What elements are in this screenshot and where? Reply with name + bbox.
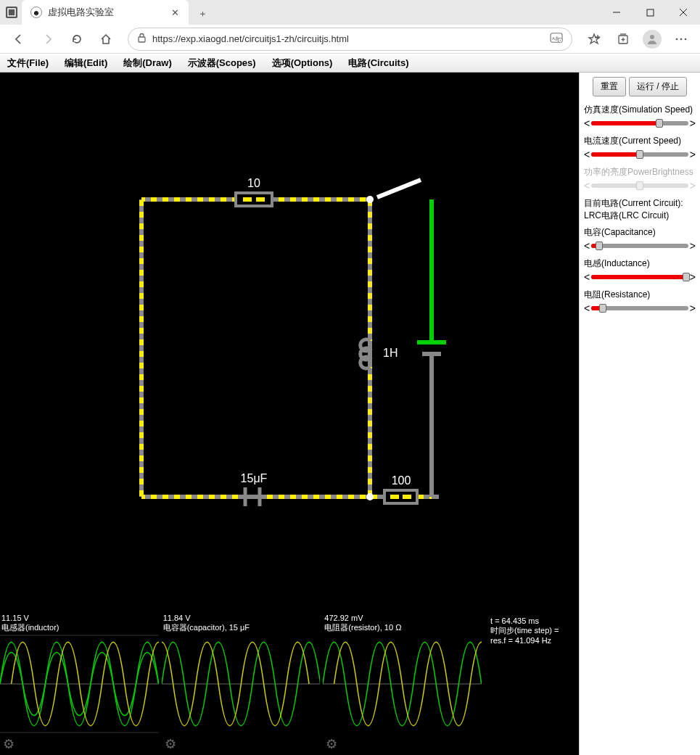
scope2-value: 11.84 V: [163, 614, 250, 622]
circuit-diagram: 10 1H 15μF 100: [0, 73, 579, 616]
sim-speed-label: 仿真速度(Simulation Speed): [584, 104, 696, 116]
browser-tab[interactable]: ☻ 虚拟电路实验室 ✕: [22, 0, 189, 25]
svg-rect-38: [256, 197, 265, 202]
scope-resistor[interactable]: 472.92 mV 电阻器(resistor), 10 Ω ⚙: [323, 614, 482, 755]
svg-point-18: [680, 38, 683, 40]
slider-left-arrow[interactable]: <: [584, 240, 590, 252]
svg-rect-41: [384, 490, 417, 503]
capacitor-label: 15μF: [241, 472, 268, 484]
slider-left-arrow[interactable]: <: [584, 271, 590, 283]
status-time: t = 64.435 ms: [490, 616, 579, 625]
scope1-value: 11.15 V: [1, 614, 59, 622]
scope-capacitor[interactable]: 11.84 V 电容器(capacitor), 15 μF ⚙: [162, 614, 321, 755]
tab-favicon-icon: ☻: [30, 7, 42, 18]
capacitance-slider[interactable]: [591, 244, 688, 248]
app-icon: [6, 7, 17, 18]
home-button[interactable]: [93, 28, 119, 51]
menu-edit[interactable]: 编辑(Edit): [65, 57, 107, 70]
slider-right-arrow[interactable]: >: [690, 271, 696, 283]
slider-left-arrow[interactable]: <: [584, 117, 590, 129]
current-circuit-value: LRC电路(LRC Circuit): [584, 210, 696, 222]
svg-rect-0: [8, 9, 15, 16]
collections-button[interactable]: [610, 28, 636, 51]
resistance-slider[interactable]: [591, 306, 688, 310]
scope2-label: 电容器(capacitor), 15 μF: [163, 622, 250, 633]
slider-right-arrow: >: [690, 180, 696, 191]
tab-title: 虚拟电路实验室: [48, 6, 164, 19]
inductance-label: 电感(Inductance): [584, 257, 696, 270]
current-speed-slider[interactable]: [591, 152, 688, 157]
inductance-slider[interactable]: [591, 275, 688, 279]
inductor-label: 1H: [383, 347, 398, 359]
slider-left-arrow[interactable]: <: [584, 149, 590, 160]
slider-left-arrow: <: [584, 180, 590, 191]
back-button[interactable]: [6, 28, 32, 51]
r1-label: 10: [247, 177, 260, 189]
scope-settings-icon[interactable]: ⚙: [165, 736, 176, 752]
scope3-label: 电阻器(resistor), 10 Ω: [324, 622, 401, 633]
circuit-canvas[interactable]: 10 1H 15μF 100: [0, 73, 579, 755]
close-tab-icon[interactable]: ✕: [170, 7, 180, 17]
sidebar: 重置 运行 / 停止 仿真速度(Simulation Speed) < > 电流…: [579, 73, 700, 755]
scope3-value: 472.92 mV: [324, 614, 401, 622]
reader-icon[interactable]: ᴀあ+: [550, 32, 563, 46]
slider-right-arrow[interactable]: >: [690, 117, 696, 129]
slider-right-arrow[interactable]: >: [690, 302, 696, 314]
slider-left-arrow[interactable]: <: [584, 302, 590, 314]
resistance-label: 电阻(Resistance): [584, 289, 696, 301]
new-tab-button[interactable]: ＋: [192, 3, 213, 25]
scope-inductor[interactable]: 11.15 V 电感器(inductor) ⚙: [0, 614, 159, 755]
power-brightness-label: 功率的亮度PowerBrightness: [584, 166, 696, 178]
r2-label: 100: [392, 474, 411, 487]
menu-circuits[interactable]: 电路(Circuits): [348, 57, 408, 70]
capacitance-label: 电容(Capacitance): [584, 226, 696, 239]
favorites-button[interactable]: [581, 28, 607, 51]
slider-right-arrow[interactable]: >: [690, 149, 696, 160]
more-button[interactable]: [668, 28, 694, 51]
current-speed-label: 电流速度(Current Speed): [584, 135, 696, 147]
menu-draw[interactable]: 绘制(Draw): [123, 57, 171, 70]
lock-icon: [137, 33, 147, 45]
svg-point-19: [685, 38, 687, 40]
slider-right-arrow[interactable]: >: [690, 240, 696, 252]
current-circuit-label: 目前电路(Current Circuit):: [584, 197, 696, 210]
svg-point-17: [676, 38, 678, 40]
svg-rect-43: [403, 495, 411, 499]
status-resf: res.f = 41.094 Hz: [490, 636, 579, 645]
window-maximize-button[interactable]: [633, 1, 667, 23]
svg-rect-5: [139, 37, 145, 42]
svg-rect-42: [390, 495, 399, 499]
address-bar[interactable]: https://exp.xiaogd.net/circuitjs1-zh/cir…: [128, 28, 572, 51]
forward-button[interactable]: [35, 28, 61, 51]
svg-point-44: [366, 196, 374, 203]
menu-scopes[interactable]: 示波器(Scopes): [188, 57, 256, 70]
menu-file[interactable]: 文件(File): [7, 57, 49, 70]
menubar: 文件(File) 编辑(Edit) 绘制(Draw) 示波器(Scopes) 选…: [0, 54, 700, 73]
reload-button[interactable]: [64, 28, 90, 51]
menu-options[interactable]: 选项(Options): [272, 57, 333, 70]
status-timestep: 时间步(time step) =: [490, 625, 579, 636]
run-stop-button[interactable]: 运行 / 停止: [629, 77, 687, 96]
reset-button[interactable]: 重置: [593, 77, 626, 96]
svg-line-45: [377, 180, 421, 197]
sim-speed-slider[interactable]: [591, 121, 688, 125]
profile-button[interactable]: [639, 28, 665, 51]
svg-text:+: +: [559, 38, 561, 42]
svg-point-51: [366, 493, 374, 500]
power-brightness-slider: [591, 183, 688, 188]
svg-rect-36: [236, 193, 272, 206]
window-close-button[interactable]: [667, 1, 700, 23]
svg-rect-37: [243, 197, 252, 202]
svg-rect-2: [647, 9, 654, 16]
window-minimize-button[interactable]: [600, 1, 633, 23]
svg-point-16: [650, 35, 654, 39]
scope-settings-icon[interactable]: ⚙: [326, 736, 337, 752]
scope-settings-icon[interactable]: ⚙: [3, 736, 15, 752]
status-panel: t = 64.435 ms 时间步(time step) = res.f = 4…: [485, 614, 579, 755]
scope1-label: 电感器(inductor): [1, 622, 59, 633]
url-text: https://exp.xiaogd.net/circuitjs1-zh/cir…: [152, 33, 544, 44]
